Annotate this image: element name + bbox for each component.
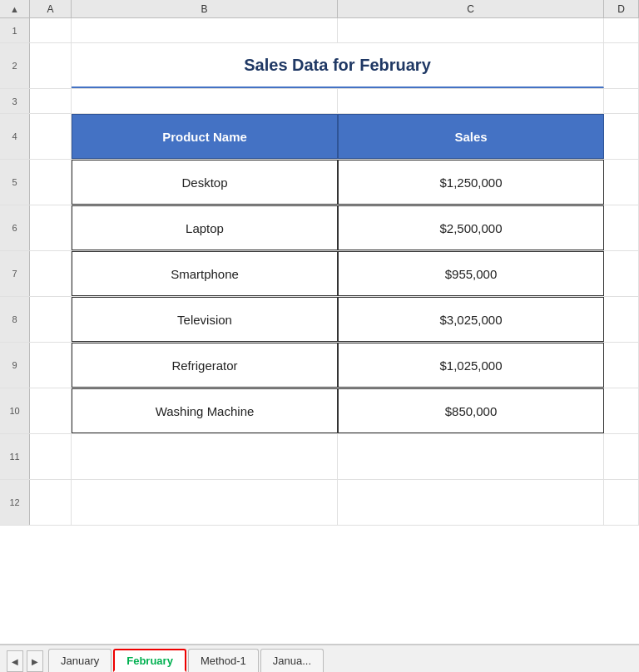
cell-c11[interactable] [338,434,604,479]
tab-february[interactable]: February [113,649,186,672]
col-header-a: A [30,0,72,17]
row-2: 2 Sales Data for February [0,43,639,89]
cell-a1[interactable] [30,18,72,42]
cell-b5[interactable]: Desktop [72,160,338,205]
spreadsheet: ▲ A B C D 1 2 Sales Data for February 3 [0,0,639,672]
cell-d9[interactable] [604,343,639,388]
tab-method1[interactable]: Method-1 [188,649,259,672]
cell-b7[interactable]: Smartphone [72,251,338,296]
row-4: 4 Product Name Sales [0,114,639,160]
cell-a3[interactable] [30,89,72,113]
cell-a7[interactable] [30,251,72,296]
row-1: 1 [0,18,639,43]
cell-d3[interactable] [604,89,639,113]
cell-d10[interactable] [604,388,639,433]
cell-a9[interactable] [30,343,72,388]
grid-area: 1 2 Sales Data for February 3 4 [0,18,639,644]
row-header-8: 8 [0,297,30,342]
cell-d7[interactable] [604,251,639,296]
cell-b12[interactable] [72,480,338,525]
cell-c1[interactable] [338,18,604,42]
cell-a4[interactable] [30,114,72,159]
row-3: 3 [0,89,639,114]
cell-b11[interactable] [72,434,338,479]
row-header-10: 10 [0,388,30,433]
cell-a8[interactable] [30,297,72,342]
cell-d6[interactable] [604,205,639,250]
cell-b3[interactable] [72,89,338,113]
cell-d11[interactable] [604,434,639,479]
row-header-5: 5 [0,160,30,205]
row-header-7: 7 [0,251,30,296]
cell-d12[interactable] [604,480,639,525]
tab-nav-left[interactable]: ◀ [7,650,23,672]
cell-d5[interactable] [604,160,639,205]
row-header-11: 11 [0,434,30,479]
cell-d8[interactable] [604,297,639,342]
cell-d1[interactable] [604,18,639,42]
row-header-2: 2 [0,43,30,88]
cell-b9[interactable]: Refrigerator [72,343,338,388]
cell-a6[interactable] [30,205,72,250]
cell-c12[interactable] [338,480,604,525]
cell-sales-header[interactable]: Sales [338,114,604,159]
row-12: 12 [0,480,639,526]
cell-a5[interactable] [30,160,72,205]
row-8: 8 Television $3,025,000 [0,297,639,343]
row-header-3: 3 [0,89,30,113]
cell-b6[interactable]: Laptop [72,205,338,250]
cell-title[interactable]: Sales Data for February [72,43,604,88]
column-headers: ▲ A B C D [0,0,639,18]
cell-c6[interactable]: $2,500,000 [338,205,604,250]
cell-c9[interactable]: $1,025,000 [338,343,604,388]
cell-product-name-header[interactable]: Product Name [72,114,338,159]
tab-janua[interactable]: Janua... [260,649,324,672]
cell-c7[interactable]: $955,000 [338,251,604,296]
cell-b10[interactable]: Washing Machine [72,388,338,433]
row-header-1: 1 [0,18,30,42]
cell-c10[interactable]: $850,000 [338,388,604,433]
cell-d4[interactable] [604,114,639,159]
row-10: 10 Washing Machine $850,000 [0,388,639,434]
col-header-d: D [604,0,639,17]
col-header-b: B [72,0,338,17]
row-11: 11 [0,434,639,480]
cell-b1[interactable] [72,18,338,42]
title-text: Sales Data for February [244,56,431,75]
tab-nav-right[interactable]: ▶ [27,650,43,672]
row-header-9: 9 [0,343,30,388]
row-9: 9 Refrigerator $1,025,000 [0,343,639,388]
corner-header: ▲ [0,0,30,17]
cell-a2[interactable] [30,43,72,88]
tab-january[interactable]: January [48,649,111,672]
cell-a11[interactable] [30,434,72,479]
row-5: 5 Desktop $1,250,000 [0,160,639,205]
cell-c5[interactable]: $1,250,000 [338,160,604,205]
tab-bar: ◀ ▶ January February Method-1 Janua... [0,644,639,672]
col-header-c: C [338,0,604,17]
cell-a12[interactable] [30,480,72,525]
cell-d2[interactable] [604,43,639,88]
row-6: 6 Laptop $2,500,000 [0,205,639,251]
row-header-6: 6 [0,205,30,250]
cell-c3[interactable] [338,89,604,113]
row-header-12: 12 [0,480,30,525]
cell-c8[interactable]: $3,025,000 [338,297,604,342]
row-header-4: 4 [0,114,30,159]
row-7: 7 Smartphone $955,000 [0,251,639,297]
cell-b8[interactable]: Television [72,297,338,342]
cell-a10[interactable] [30,388,72,433]
